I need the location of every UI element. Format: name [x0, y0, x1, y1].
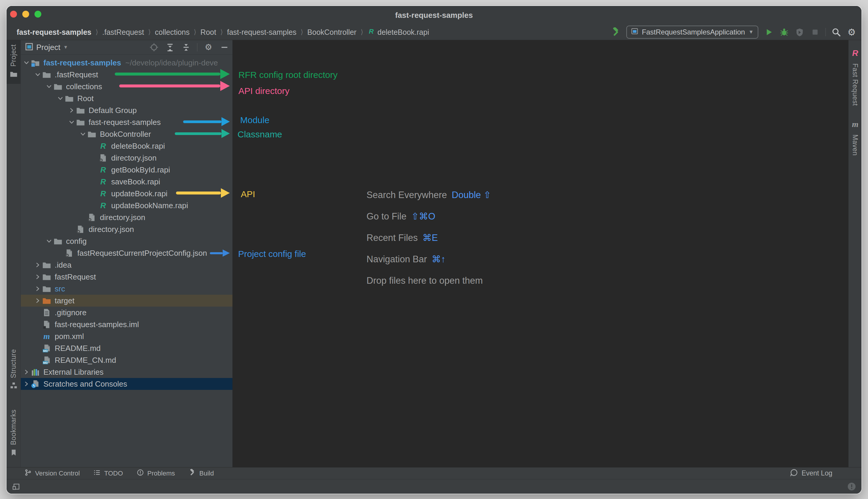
- build-hammer-icon[interactable]: [611, 27, 621, 37]
- json-icon: [87, 213, 97, 222]
- tree-item-savebook-rapi[interactable]: RsaveBook.rapi: [21, 176, 233, 188]
- chevron-expanded-icon[interactable]: [34, 71, 41, 78]
- toolwindow-tab-maven[interactable]: m Maven: [851, 119, 860, 156]
- toolwindow-tab-structure[interactable]: Structure: [10, 345, 17, 395]
- run-configuration-select[interactable]: FastRequestSamplesApplication ▼: [626, 26, 758, 39]
- chevron-expanded-icon[interactable]: [45, 238, 53, 244]
- chevron-expanded-icon[interactable]: [79, 131, 87, 137]
- coverage-button[interactable]: [795, 27, 805, 37]
- breadcrumb-item[interactable]: Root: [200, 28, 216, 37]
- tree-item-label: getBookById.rapi: [111, 165, 170, 174]
- tree-item-pom-xml[interactable]: mpom.xml: [21, 330, 233, 342]
- tree-item-updatebookname-rapi[interactable]: RupdateBookName.rapi: [21, 199, 233, 211]
- tree-item-fast-request-samples-iml[interactable]: fast-request-samples.iml: [21, 318, 233, 330]
- tree-item-target[interactable]: target: [21, 295, 233, 307]
- tree-item-deletebook-rapi[interactable]: RdeleteBook.rapi: [21, 140, 233, 152]
- tree-item--idea[interactable]: .idea: [21, 259, 233, 271]
- chevron-down-icon[interactable]: ▼: [63, 45, 68, 50]
- tree-item-config[interactable]: config: [21, 235, 233, 247]
- tree-item-fast-request-samples[interactable]: fast-request-samples~/develop/idea/plugi…: [21, 57, 233, 69]
- notifications-icon[interactable]: [847, 482, 857, 491]
- run-config-label: FastRequestSamplesApplication: [642, 28, 745, 36]
- event-log-label: Event Log: [802, 469, 832, 477]
- search-icon[interactable]: [831, 27, 841, 37]
- run-button[interactable]: [764, 27, 774, 37]
- breadcrumb-item[interactable]: fast-request-samples: [227, 28, 296, 37]
- annotation-label: RFR config root directory: [238, 69, 337, 81]
- chevron-collapsed-icon[interactable]: [34, 273, 41, 280]
- tree-item-readme-cn-md[interactable]: MDREADME_CN.md: [21, 354, 233, 366]
- annotation-label: API directory: [238, 85, 289, 97]
- chevron-collapsed-icon[interactable]: [68, 107, 75, 113]
- shortcut-hint-label: Go to File: [367, 211, 406, 221]
- desktop: fast-request-samples fast-request-sample…: [0, 0, 868, 499]
- expand-all-icon[interactable]: [165, 42, 175, 52]
- hide-panel-icon[interactable]: [219, 42, 230, 52]
- folder-icon: [41, 260, 52, 269]
- shortcut-hint-label: Search Everywhere: [367, 190, 447, 200]
- breadcrumb-item[interactable]: BookController: [307, 28, 357, 37]
- header-divider: [197, 43, 197, 51]
- chevron-collapsed-icon[interactable]: [34, 262, 41, 268]
- locate-file-icon[interactable]: [149, 42, 159, 52]
- chevron-expanded-icon[interactable]: [45, 83, 53, 90]
- tree-item-fastrequest[interactable]: fastRequest: [21, 271, 233, 283]
- settings-gear-icon[interactable]: ⚙: [203, 42, 213, 52]
- tree-item-scratches-and-consoles[interactable]: Scratches and Consoles: [21, 378, 233, 390]
- tree-item-external-libraries[interactable]: External Libraries: [21, 366, 233, 378]
- event-log-button[interactable]: Event Log: [790, 468, 832, 478]
- tree-item-label: fast-request-samples: [89, 118, 161, 127]
- tree-item-root[interactable]: Root: [21, 93, 233, 105]
- breadcrumb-label: deleteBook.rapi: [377, 28, 429, 37]
- toolwindow-button-build[interactable]: Build: [189, 469, 214, 478]
- toolwindow-switcher-icon[interactable]: [11, 482, 21, 491]
- maven-icon: m: [851, 119, 860, 131]
- status-bar: [7, 479, 861, 494]
- toolwindow-tab-bookmarks[interactable]: Bookmarks: [10, 405, 17, 462]
- toolwindow-tab-project[interactable]: Project: [7, 40, 21, 84]
- collapse-all-icon[interactable]: [181, 42, 191, 52]
- folder-icon: [41, 284, 52, 293]
- run-config-icon: [631, 28, 638, 37]
- iml-icon: [41, 320, 52, 329]
- settings-gear-icon[interactable]: ⚙: [847, 27, 857, 37]
- stop-button[interactable]: [810, 27, 820, 37]
- tree-item-readme-md[interactable]: MDREADME.md: [21, 342, 233, 354]
- svg-text:R: R: [100, 177, 106, 186]
- chevron-collapsed-icon[interactable]: [23, 381, 30, 387]
- tree-item-label: .idea: [55, 260, 71, 270]
- chevron-expanded-icon[interactable]: [23, 60, 30, 66]
- breadcrumb-item[interactable]: collections: [155, 28, 190, 37]
- breadcrumb-item[interactable]: RdeleteBook.rapi: [368, 27, 429, 37]
- extlib-icon: [30, 367, 40, 377]
- breadcrumb-item[interactable]: fast-request-samples: [17, 28, 91, 37]
- tree-item--gitignore[interactable]: .gitignore: [21, 307, 233, 318]
- tree-item-directory-json[interactable]: directory.json: [21, 211, 233, 223]
- shortcut-hint-keys: ⌘E: [422, 233, 438, 243]
- toolwindow-button-todo[interactable]: TODO: [93, 469, 123, 478]
- tree-item-directory-json[interactable]: directory.json: [21, 223, 233, 235]
- folder-icon: [10, 70, 17, 80]
- chevron-collapsed-icon[interactable]: [34, 285, 41, 292]
- tree-item-getbookbyid-rapi[interactable]: RgetBookById.rapi: [21, 164, 233, 176]
- toolwindow-button-version-control[interactable]: Version Control: [24, 469, 80, 478]
- project-tree: fast-request-samples~/develop/idea/plugi…: [21, 55, 233, 467]
- tree-item-src[interactable]: src: [21, 283, 233, 295]
- window-title: fast-request-samples: [7, 6, 861, 24]
- toolwindow-button-label: TODO: [104, 470, 123, 477]
- tree-item-default-group[interactable]: Default Group: [21, 105, 233, 116]
- chevron-collapsed-icon[interactable]: [34, 297, 41, 304]
- chevron-expanded-icon[interactable]: [57, 95, 64, 102]
- toolwindow-button-problems[interactable]: Problems: [137, 469, 175, 478]
- folder-icon: [75, 106, 86, 115]
- debug-button[interactable]: [779, 27, 789, 37]
- breadcrumb-item[interactable]: .fastRequest: [102, 28, 144, 37]
- chevron-expanded-icon[interactable]: [68, 119, 75, 125]
- toolwindow-tab-fast-request[interactable]: R Fast Request: [851, 48, 860, 106]
- project-panel-title[interactable]: Project: [36, 43, 60, 52]
- project-view-icon: [25, 42, 33, 52]
- chevron-collapsed-icon[interactable]: [23, 369, 30, 375]
- tree-item-fastrequestcurrentprojectconfig-json[interactable]: fastRequestCurrentProjectConfig.json: [21, 247, 233, 259]
- tree-item-directory-json[interactable]: directory.json: [21, 152, 233, 164]
- todo-list-icon: [93, 469, 100, 478]
